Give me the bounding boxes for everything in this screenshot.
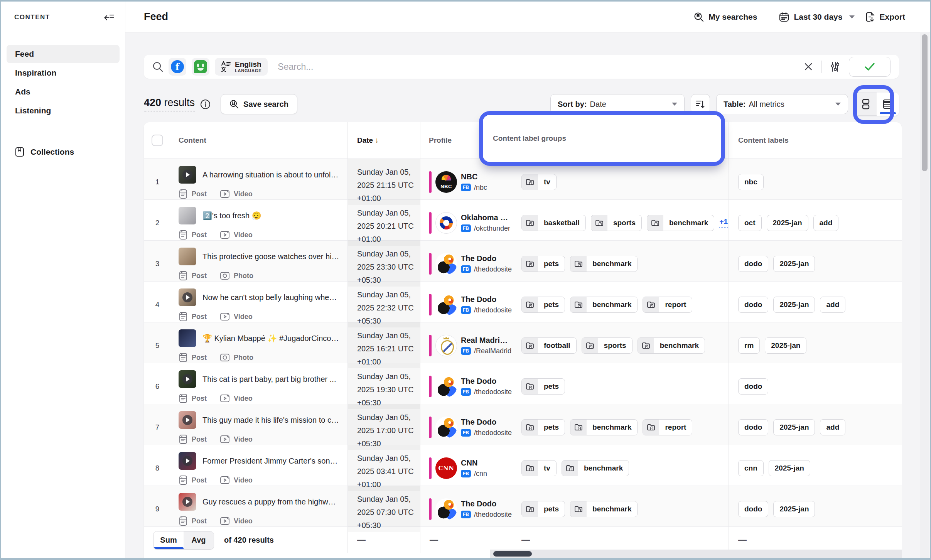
- label-group-chip[interactable]: sports: [591, 215, 642, 231]
- horizontal-scrollbar-thumb[interactable]: [493, 551, 532, 557]
- profile-cell[interactable]: The Dodo FB/thedodosite: [420, 486, 512, 532]
- table-row[interactable]: 4 Now he can't stop belly laughing when …: [144, 282, 902, 322]
- label-group-chip[interactable]: pets: [521, 297, 565, 313]
- content-cell[interactable]: 2️⃣'s too fresh 😮‍💨 PostVideo: [171, 200, 347, 246]
- more-label-groups-link[interactable]: +1: [719, 218, 728, 228]
- content-label-chip[interactable]: dodo: [738, 378, 768, 395]
- search-input[interactable]: Search...: [278, 62, 804, 72]
- label-group-chip[interactable]: tv: [521, 460, 557, 476]
- content-label-chip[interactable]: dodo: [738, 297, 768, 313]
- content-label-chip[interactable]: 2025-jan: [773, 419, 815, 435]
- content-cell[interactable]: Now he can't stop belly laughing when ..…: [171, 282, 347, 327]
- label-group-chip[interactable]: pets: [521, 378, 565, 395]
- label-group-chip[interactable]: benchmark: [570, 501, 638, 517]
- content-cell[interactable]: A harrowing situation is about to unfold…: [171, 159, 347, 205]
- profile-cell[interactable]: Real Madrid C.F. FB/RealMadrid: [420, 322, 512, 368]
- label-group-chip[interactable]: report: [643, 419, 692, 435]
- content-cell[interactable]: This guy made it his life's mission to c…: [171, 404, 347, 450]
- label-group-chip[interactable]: pets: [521, 419, 565, 435]
- info-icon[interactable]: [200, 99, 211, 110]
- content-cell[interactable]: This protective goose watches over his .…: [171, 241, 347, 287]
- table-row[interactable]: 7 This guy made it his life's mission to…: [144, 404, 902, 445]
- profile-cell[interactable]: CNN CNN FB/cnn: [420, 445, 512, 491]
- save-search-button[interactable]: Save search: [221, 94, 297, 114]
- profile-cell[interactable]: The Dodo FB/thedodosite: [420, 404, 512, 450]
- sentiment-filter-chip[interactable]: [192, 58, 209, 76]
- post-thumbnail[interactable]: [179, 207, 196, 224]
- content-label-chip[interactable]: cnn: [738, 460, 764, 476]
- content-cell[interactable]: Guy rescues a puppy from the highway ...…: [171, 486, 347, 532]
- avg-toggle-button[interactable]: Avg: [184, 531, 214, 549]
- content-cell[interactable]: This cat is part baby, part big brother …: [171, 363, 347, 409]
- sidebar-item-listening[interactable]: Listening: [7, 101, 120, 120]
- content-label-chip[interactable]: 2025-jan: [767, 215, 808, 231]
- table-row[interactable]: 2 2️⃣'s too fresh 😮‍💨 PostVideo Sunday J…: [144, 200, 902, 241]
- label-group-chip[interactable]: sports: [582, 337, 632, 354]
- vertical-scrollbar-thumb[interactable]: [922, 34, 928, 171]
- post-thumbnail[interactable]: [179, 411, 196, 429]
- vertical-scrollbar[interactable]: [920, 33, 929, 558]
- post-thumbnail[interactable]: [179, 166, 196, 184]
- label-group-chip[interactable]: benchmark: [562, 460, 629, 476]
- table-row[interactable]: 8 Former President Jimmy Carter's son C.…: [144, 445, 902, 486]
- post-thumbnail[interactable]: [179, 248, 196, 265]
- label-group-chip[interactable]: report: [643, 297, 692, 313]
- content-cell[interactable]: 🏆 Kylian Mbappé ✨ #JugadorCincoEst... Po…: [171, 322, 347, 368]
- facebook-filter-chip[interactable]: f: [169, 58, 186, 76]
- label-group-chip[interactable]: benchmark: [570, 297, 638, 313]
- post-thumbnail[interactable]: [179, 329, 196, 347]
- clear-search-icon[interactable]: [804, 62, 813, 71]
- table-row[interactable]: 3 This protective goose watches over his…: [144, 241, 902, 282]
- collapse-sidebar-icon[interactable]: [104, 13, 114, 22]
- label-group-chip[interactable]: pets: [521, 256, 565, 272]
- profile-cell[interactable]: The Dodo FB/thedodosite: [420, 282, 512, 327]
- language-filter-chip[interactable]: English LANGUAGE: [215, 58, 268, 76]
- apply-search-button[interactable]: [849, 57, 891, 77]
- content-label-chip[interactable]: nbc: [738, 174, 764, 190]
- profile-cell[interactable]: The Dodo FB/thedodosite: [420, 241, 512, 287]
- content-label-chip[interactable]: add: [820, 297, 845, 313]
- content-label-chip[interactable]: 2025-jan: [773, 297, 815, 313]
- label-group-chip[interactable]: tv: [521, 174, 557, 190]
- content-cell[interactable]: Former President Jimmy Carter's son C...…: [171, 445, 347, 491]
- label-group-chip[interactable]: football: [521, 337, 577, 354]
- post-thumbnail[interactable]: [179, 493, 196, 511]
- label-group-chip[interactable]: pets: [521, 501, 565, 517]
- my-searches-button[interactable]: My searches: [694, 12, 757, 22]
- profile-cell[interactable]: Oklahoma City Th... FB/okcthunder: [420, 200, 512, 246]
- sidebar-item-inspiration[interactable]: Inspiration: [7, 64, 120, 82]
- sidebar-item-feed[interactable]: Feed: [7, 45, 120, 63]
- post-thumbnail[interactable]: [179, 452, 196, 470]
- content-label-chip[interactable]: add: [813, 215, 839, 231]
- label-group-chip[interactable]: basketball: [521, 215, 586, 231]
- sum-toggle-button[interactable]: Sum: [153, 531, 184, 549]
- column-header-labels[interactable]: Content labels: [729, 122, 902, 159]
- content-label-chip[interactable]: 2025-jan: [773, 256, 815, 272]
- table-metrics-dropdown[interactable]: Table: All metrics: [716, 94, 848, 114]
- post-thumbnail[interactable]: [179, 370, 196, 388]
- sidebar-item-ads[interactable]: Ads: [7, 83, 120, 101]
- content-label-chip[interactable]: dodo: [738, 256, 768, 272]
- column-header-date[interactable]: Date ↓: [347, 122, 420, 159]
- sidebar-item-collections[interactable]: Collections: [7, 143, 120, 161]
- horizontal-scrollbar[interactable]: [490, 550, 902, 558]
- content-label-chip[interactable]: add: [820, 419, 845, 435]
- profile-cell[interactable]: The Dodo FB/thedodosite: [420, 363, 512, 409]
- content-label-chip[interactable]: rm: [738, 337, 760, 354]
- table-row[interactable]: 5 🏆 Kylian Mbappé ✨ #JugadorCincoEst... …: [144, 322, 902, 363]
- content-label-chip[interactable]: 2025-jan: [773, 501, 815, 517]
- label-group-chip[interactable]: benchmark: [647, 215, 714, 231]
- table-row[interactable]: 9 Guy rescues a puppy from the highway .…: [144, 486, 902, 527]
- content-label-chip[interactable]: 2025-jan: [765, 337, 806, 354]
- date-range-button[interactable]: Last 30 days: [779, 12, 855, 22]
- post-thumbnail[interactable]: [179, 288, 196, 306]
- table-row[interactable]: 6 This cat is part baby, part big brothe…: [144, 363, 902, 404]
- filters-icon[interactable]: [830, 61, 840, 72]
- label-group-chip[interactable]: benchmark: [638, 337, 705, 354]
- content-label-chip[interactable]: 2025-jan: [769, 460, 810, 476]
- content-label-chip[interactable]: dodo: [738, 501, 768, 517]
- column-header-content[interactable]: Content: [171, 122, 347, 159]
- export-button[interactable]: Export: [865, 12, 905, 22]
- select-all-checkbox[interactable]: [152, 135, 163, 146]
- label-group-chip[interactable]: benchmark: [570, 419, 638, 435]
